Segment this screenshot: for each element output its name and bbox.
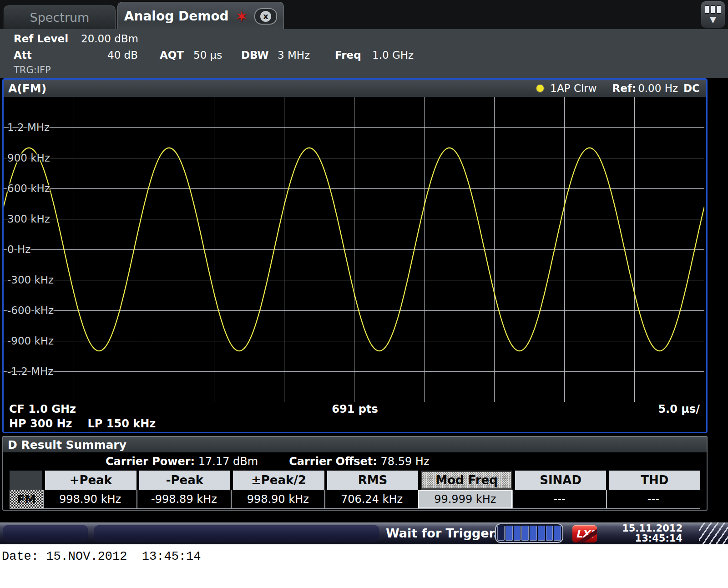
status-message: Wait for Trigger... (386, 526, 507, 540)
sweep-points: 691 pts (4, 403, 706, 416)
tab-bar: Spectrum Analog Demod ✶ x ▼ (0, 0, 728, 29)
ref-level-label: Ref Level (14, 33, 68, 45)
result-value--peak-2[interactable]: 998.90 kHz (231, 490, 324, 508)
column-header-rms[interactable]: RMS (327, 471, 419, 490)
y-axis-tick-label: 1.2 MHz (7, 122, 50, 133)
datetime-display: 15.11.2012 13:45:14 (622, 523, 682, 543)
settings-header: Ref Level 20.00 dBm Att 40 dB AQT 50 µs … (0, 29, 728, 78)
result-value-thd[interactable]: --- (606, 490, 700, 508)
column-header--peak[interactable]: +Peak (45, 471, 136, 490)
tab-analog-demod-label: Analog Demod (124, 9, 229, 24)
freq-value[interactable]: 1.0 GHz (372, 49, 414, 61)
progress-segment (497, 526, 505, 541)
close-icon: x (260, 11, 271, 22)
aqt-label: AQT (160, 49, 184, 61)
y-axis-tick-label: -900 kHz (7, 335, 54, 347)
coupling-indicator: DC (683, 82, 700, 94)
result-table-row: FM998.90 kHz-998.89 kHz998.90 kHz706.24 … (10, 490, 700, 509)
result-table-header: +Peak-Peak±Peak/2RMSMod FreqSINADTHD (10, 471, 700, 490)
column-header--peak-2[interactable]: ±Peak/2 (233, 471, 324, 490)
result-value-sinad[interactable]: --- (512, 490, 606, 508)
y-axis-tick-label: -1.2 MHz (7, 365, 53, 377)
chevron-down-icon: ▼ (710, 15, 716, 24)
softkey-panel-small (3, 525, 88, 542)
progress-segment (506, 526, 513, 541)
column-header-mod-freq[interactable]: Mod Freq (421, 471, 512, 490)
carrier-offset-value: 78.59 Hz (381, 455, 430, 468)
close-tab-button[interactable]: x (254, 8, 277, 25)
measurement-progress-bar (495, 523, 563, 543)
result-summary-window[interactable]: D Result Summary Carrier Power: 17.17 dB… (2, 436, 708, 511)
window-list-icon (705, 5, 721, 14)
trigger-status: TRG:IFP (14, 65, 51, 76)
highpass-filter: HP 300 Hz (9, 417, 72, 430)
y-axis-tick-label: 0 Hz (7, 243, 30, 255)
column-header-thd[interactable]: THD (609, 471, 700, 490)
y-axis-tick-label: 900 kHz (7, 152, 50, 164)
dbw-label: DBW (241, 49, 269, 61)
window-title: A(FM) (8, 82, 46, 95)
fm-trace-window[interactable]: A(FM) 1AP Clrw Ref: 0.00 Hz DC 1.2 MHz90… (2, 78, 708, 433)
tab-spectrum-label: Spectrum (30, 10, 90, 25)
y-axis-tick-label: -600 kHz (7, 304, 54, 316)
result-summary-title: D Result Summary (8, 438, 126, 451)
smartgrid-button[interactable]: ▼ (701, 1, 725, 28)
chart-footer: CF 1.0 GHz 691 pts 5.0 µs/ HP 300 Hz LP … (4, 402, 706, 432)
result-table-corner-cell (10, 471, 42, 490)
att-value[interactable]: 40 dB (107, 49, 138, 61)
softkey-panel-large (94, 525, 379, 542)
dbw-value[interactable]: 3 MHz (278, 49, 310, 61)
modified-star-icon: ✶ (235, 9, 248, 24)
y-axis-tick-label: 300 kHz (7, 213, 50, 225)
carrier-info-row: Carrier Power: 17.17 dBm Carrier Offset:… (3, 453, 707, 470)
progress-segment (538, 526, 545, 541)
trace1-marker-icon (536, 84, 545, 93)
result-summary-titlebar: D Result Summary (3, 437, 707, 452)
status-bar: Wait for Trigger... LXI 15.11.2012 13:45… (0, 522, 728, 544)
progress-segment (546, 526, 553, 541)
ref-level-value[interactable]: 20.00 dBm (81, 33, 138, 45)
fm-window-titlebar: A(FM) 1AP Clrw Ref: 0.00 Hz DC (4, 80, 706, 97)
carrier-offset-label: Carrier Offset: (289, 455, 377, 468)
instrument-screen: Spectrum Analog Demod ✶ x ▼ Ref Level 20… (0, 0, 728, 544)
result-value--peak[interactable]: -998.89 kHz (136, 490, 230, 508)
progress-segment (554, 526, 561, 541)
att-label: Att (14, 49, 32, 61)
result-value-mod-freq[interactable]: 99.999 kHz (418, 490, 512, 508)
lowpass-filter: LP 150 kHz (88, 417, 156, 430)
ref-value: 0.00 Hz (638, 82, 678, 94)
freq-label: Freq (335, 49, 361, 61)
tab-spectrum[interactable]: Spectrum (4, 5, 116, 29)
result-value--peak[interactable]: 998.90 kHz (43, 490, 136, 508)
column-header-sinad[interactable]: SINAD (515, 471, 607, 490)
status-date: 15.11.2012 (622, 523, 682, 533)
trace-legend: 1AP Clrw (550, 82, 597, 94)
ref-label: Ref: (612, 82, 637, 94)
aqt-value[interactable]: 50 µs (193, 49, 222, 61)
result-value-rms[interactable]: 706.24 kHz (324, 490, 418, 508)
progress-segment (521, 526, 529, 541)
y-axis-tick-label: 600 kHz (7, 182, 50, 194)
fm-trace-chart: 1.2 MHz900 kHz600 kHz300 kHz0 Hz-300 kHz… (4, 97, 704, 402)
result-table: +Peak-Peak±Peak/2RMSMod FreqSINADTHD FM9… (10, 471, 700, 509)
row-label-fm[interactable]: FM (10, 490, 43, 508)
resize-grip-icon[interactable] (699, 522, 728, 544)
carrier-power-label: Carrier Power: (106, 455, 195, 468)
carrier-power-value: 17.17 dBm (198, 455, 258, 468)
progress-segment (514, 526, 521, 541)
y-axis-tick-label: -300 kHz (7, 274, 54, 286)
lxi-logo-icon: LXI (572, 525, 597, 542)
progress-segment (530, 526, 537, 541)
status-time: 13:45:14 (622, 533, 682, 543)
tab-analog-demod[interactable]: Analog Demod ✶ x (117, 2, 284, 30)
column-header--peak[interactable]: -Peak (139, 471, 231, 490)
time-per-division: 5.0 µs/ (658, 403, 700, 416)
